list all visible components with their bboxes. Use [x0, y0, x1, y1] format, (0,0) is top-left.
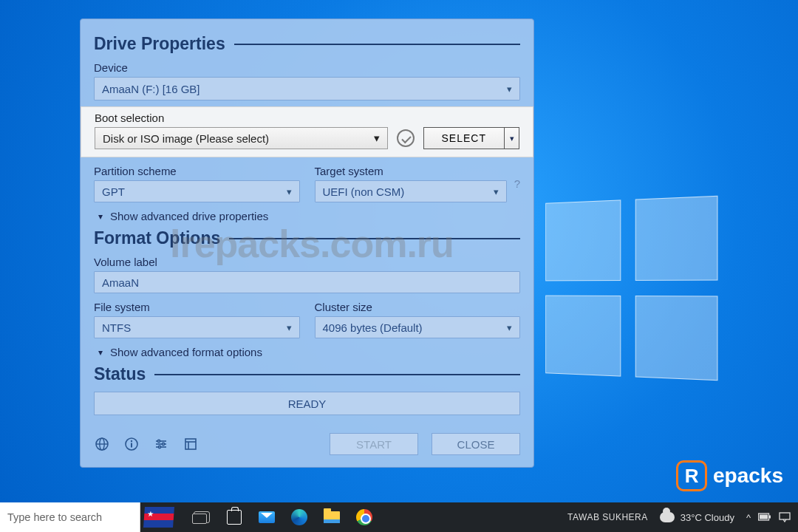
tray-chevron-icon[interactable]: ^: [746, 512, 751, 523]
language-icon[interactable]: [94, 436, 110, 452]
boot-value: Disk or ISO image (Please select): [103, 132, 269, 145]
target-help-icon[interactable]: ?: [514, 177, 520, 190]
taskbar-weather[interactable]: 33°C Cloudy: [660, 512, 734, 523]
volume-label-value: AmaaN: [102, 276, 139, 289]
volume-label-label: Volume label: [94, 256, 520, 268]
chevron-down-icon: ▾: [507, 322, 512, 333]
chrome-icon[interactable]: [355, 508, 374, 527]
section-title: Format Options: [94, 228, 220, 248]
chevron-down-icon: ▾: [494, 186, 499, 197]
partition-label: Partition scheme: [94, 165, 300, 177]
settings-icon[interactable]: [153, 436, 169, 452]
svg-point-4: [131, 440, 132, 442]
svg-rect-18: [780, 513, 790, 519]
svg-rect-5: [131, 443, 132, 448]
checksum-icon[interactable]: [397, 129, 415, 147]
notifications-icon[interactable]: [779, 512, 791, 522]
file-explorer-icon[interactable]: [322, 508, 341, 527]
filesystem-label: File system: [94, 301, 300, 313]
section-title: Status: [94, 364, 146, 384]
weather-text: 33°C Cloudy: [681, 512, 734, 523]
rufus-dialog: Drive Properties Device AmaaN (F:) [16 G…: [80, 18, 534, 468]
tool-icons: [94, 436, 199, 452]
cluster-label: Cluster size: [315, 301, 521, 313]
advanced-format-label: Show advanced format options: [110, 346, 262, 358]
partition-value: GPT: [102, 185, 125, 198]
cortana-flag-icon[interactable]: [140, 502, 177, 532]
select-button[interactable]: SELECT: [423, 127, 505, 149]
advanced-format-toggle[interactable]: ▾ Show advanced format options: [98, 346, 520, 358]
target-dropdown[interactable]: UEFI (non CSM) ▾: [315, 180, 507, 202]
taskbar-search[interactable]: Type here to search: [0, 502, 140, 532]
svg-point-9: [157, 440, 160, 442]
cluster-dropdown[interactable]: 4096 bytes (Default) ▾: [315, 316, 521, 338]
edge-icon[interactable]: [290, 508, 309, 527]
close-button[interactable]: CLOSE: [432, 433, 520, 455]
partition-dropdown[interactable]: GPT ▾: [94, 180, 300, 202]
search-placeholder: Type here to search: [7, 511, 102, 523]
battery-icon[interactable]: [758, 513, 771, 522]
chevron-down-icon: ▾: [374, 132, 380, 145]
cluster-value: 4096 bytes (Default): [323, 321, 423, 334]
taskbar-user: TAWAB SUKHERA: [567, 512, 648, 522]
target-label: Target system: [315, 165, 507, 177]
svg-rect-12: [185, 439, 196, 449]
windows-logo: [545, 196, 717, 381]
section-status: Status: [94, 364, 520, 384]
chevron-down-icon: ▾: [98, 347, 103, 358]
chevron-down-icon: ▾: [287, 186, 292, 197]
info-icon[interactable]: [123, 436, 140, 452]
repacks-brand-text: epacks: [713, 464, 783, 488]
taskbar: Type here to search TAWAB SUKHERA 33°C C…: [0, 502, 798, 532]
advanced-drive-label: Show advanced drive properties: [110, 210, 268, 222]
filesystem-value: NTFS: [102, 321, 131, 334]
section-format-options: Format Options: [94, 228, 520, 248]
boot-label: Boot selection: [95, 112, 519, 124]
boot-selection-dropdown[interactable]: Disk or ISO image (Please select) ▾: [95, 127, 388, 149]
mail-icon[interactable]: [257, 508, 276, 527]
status-value: READY: [288, 398, 327, 410]
volume-label-input[interactable]: AmaaN: [94, 271, 520, 293]
chevron-down-icon: ▾: [507, 83, 512, 95]
store-icon[interactable]: [225, 508, 244, 527]
target-value: UEFI (non CSM): [323, 185, 405, 198]
chevron-down-icon: ▾: [287, 322, 292, 333]
status-bar: READY: [94, 392, 520, 415]
cloud-icon: [660, 512, 675, 522]
caret-down-icon: ▾: [510, 134, 514, 143]
device-label: Device: [94, 61, 520, 74]
chevron-down-icon: ▾: [98, 211, 103, 222]
repacks-logo-icon: R: [676, 460, 707, 491]
svg-rect-17: [760, 515, 768, 519]
boot-selection-region: Boot selection Disk or ISO image (Please…: [81, 106, 533, 157]
svg-point-11: [158, 446, 160, 448]
section-title: Drive Properties: [94, 34, 225, 54]
repacks-brand: R epacks: [676, 460, 783, 491]
system-tray[interactable]: ^: [746, 512, 791, 523]
device-dropdown[interactable]: AmaaN (F:) [16 GB] ▾: [94, 77, 520, 100]
log-icon[interactable]: [183, 436, 199, 452]
filesystem-dropdown[interactable]: NTFS ▾: [94, 316, 300, 338]
start-button[interactable]: START: [330, 433, 418, 455]
section-drive-properties: Drive Properties: [94, 34, 520, 54]
device-value: AmaaN (F:) [16 GB]: [102, 83, 200, 95]
select-dropdown-button[interactable]: ▾: [505, 127, 519, 149]
task-view-icon[interactable]: [192, 508, 211, 527]
svg-point-10: [162, 443, 164, 445]
advanced-drive-toggle[interactable]: ▾ Show advanced drive properties: [98, 210, 520, 222]
svg-rect-16: [769, 516, 771, 519]
